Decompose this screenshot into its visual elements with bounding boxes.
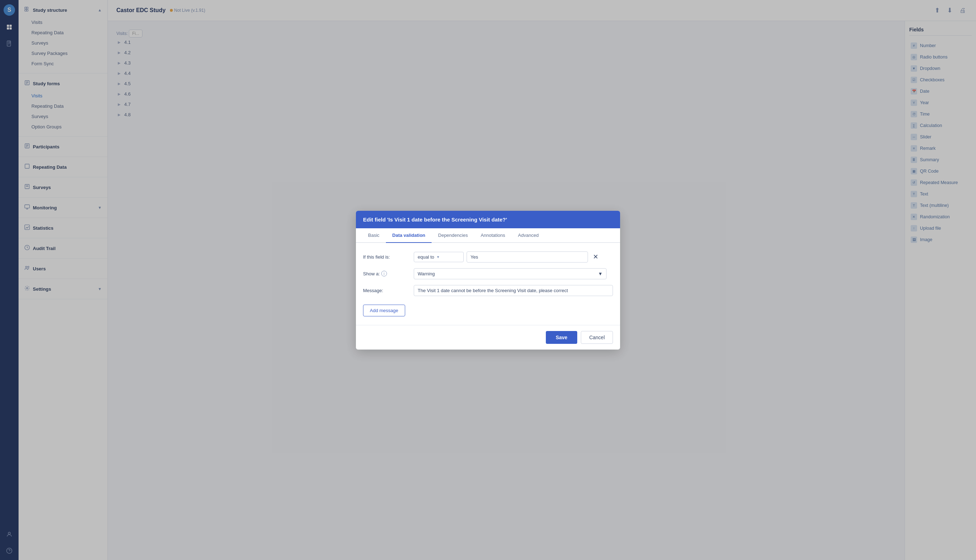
show-a-info-icon[interactable]: i [381,271,387,277]
modal-footer: Save Cancel [356,325,620,350]
if-this-field-label: If this field is: [363,254,409,260]
modal-header: Edit field 'Is Visit 1 date before the S… [356,211,620,228]
show-a-label: Show a: i [363,271,409,277]
tab-data-validation[interactable]: Data validation [386,228,431,243]
tab-advanced[interactable]: Advanced [511,228,545,243]
condition-controls: equal to ▼ ✕ [414,252,613,263]
condition-chevron: ▼ [436,255,440,259]
add-message-button[interactable]: Add message [363,305,405,317]
cancel-button[interactable]: Cancel [581,331,613,344]
condition-value: equal to [418,254,434,260]
message-label: Message: [363,288,409,293]
tab-annotations[interactable]: Annotations [474,228,511,243]
tab-dependencies[interactable]: Dependencies [431,228,474,243]
warning-dropdown[interactable]: Warning ▼ [414,268,607,279]
warning-value: Warning [418,271,435,277]
condition-select[interactable]: equal to ▼ [414,252,464,262]
modal-title: Edit field 'Is Visit 1 date before the S… [363,217,507,223]
tab-basic[interactable]: Basic [362,228,386,243]
modal-overlay[interactable]: Edit field 'Is Visit 1 date before the S… [0,0,976,560]
save-button[interactable]: Save [546,331,578,344]
edit-field-modal: Edit field 'Is Visit 1 date before the S… [356,211,620,350]
condition-row: If this field is: equal to ▼ ✕ [363,252,613,263]
message-input[interactable] [414,285,613,296]
condition-rhs-input[interactable] [466,252,588,263]
modal-body: If this field is: equal to ▼ ✕ Show a: i [356,243,620,325]
condition-close-button[interactable]: ✕ [591,252,600,262]
message-controls [414,285,613,296]
message-row: Message: [363,285,613,296]
show-a-controls: Warning ▼ [414,268,613,279]
show-a-row: Show a: i Warning ▼ [363,268,613,279]
warning-chevron: ▼ [598,271,603,277]
modal-tabs: Basic Data validation Dependencies Annot… [356,228,620,243]
